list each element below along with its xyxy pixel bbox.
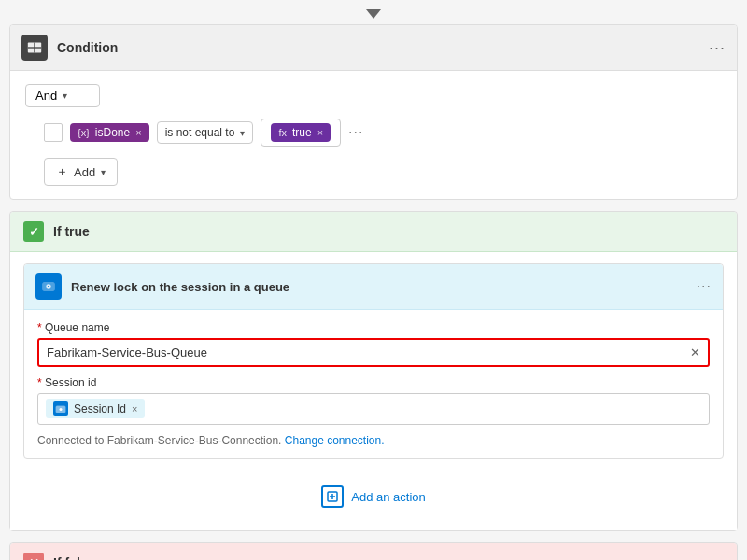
add-row: ＋ Add ▾ (44, 158, 722, 186)
session-id-tag: Session Id × (46, 399, 145, 418)
condition-header: Condition ··· (10, 25, 737, 71)
condition-body: And ▾ {x} isDone × is not equal to ▾ fx (10, 71, 737, 199)
condition-title: Condition (57, 40, 709, 55)
condition-row: {x} isDone × is not equal to ▾ fx true ×… (44, 119, 722, 147)
plus-icon: ＋ (56, 163, 68, 180)
if-true-body: Renew lock on the session in a queue ···… (10, 252, 737, 530)
add-action-true-row: Add an action (23, 470, 724, 519)
operator-label: is not equal to (165, 126, 235, 139)
action-header: Renew lock on the session in a queue ··· (24, 264, 723, 310)
and-label: And (35, 89, 63, 103)
isdone-tag: {x} isDone × (70, 123, 149, 142)
action-title: Renew lock on the session in a queue (71, 280, 687, 294)
session-tag-icon (53, 401, 68, 416)
if-true-label: If true (53, 224, 90, 239)
condition-menu-button[interactable]: ··· (709, 38, 726, 58)
if-false-block: ✕ If false Add an action (9, 542, 738, 560)
check-icon: ✓ (23, 221, 44, 242)
x-icon: ✕ (23, 553, 44, 560)
add-action-true-button[interactable]: Add an action (312, 482, 435, 511)
if-false-header: ✕ If false (10, 543, 737, 560)
svg-point-7 (60, 408, 63, 411)
top-connector (9, 9, 738, 19)
session-id-input[interactable]: Session Id × (37, 393, 710, 425)
add-label: Add (74, 165, 95, 179)
if-true-header: ✓ If true (10, 212, 737, 252)
session-id-value: Session Id (74, 402, 126, 415)
queue-name-clear-button[interactable]: ✕ (690, 345, 700, 359)
chevron-down-icon: ▾ (63, 91, 90, 101)
true-remove-button[interactable]: × (317, 127, 323, 138)
arrow-down-icon (366, 9, 381, 19)
condition-checkbox[interactable] (44, 123, 63, 142)
session-id-label: * Session id (37, 376, 710, 389)
add-action-true-label: Add an action (351, 490, 426, 504)
action-menu-button[interactable]: ··· (697, 278, 712, 295)
condition-icon (21, 35, 48, 61)
if-true-block: ✓ If true Renew lock on the session in a… (9, 211, 738, 531)
svg-point-5 (48, 286, 49, 287)
queue-name-label: * Queue name (37, 321, 710, 334)
queue-name-value: Fabrikam-Service-Bus-Queue (47, 345, 207, 359)
expression-icon: {x} (78, 127, 90, 138)
fx-tag: fx true × (271, 123, 331, 142)
service-bus-icon (35, 273, 62, 300)
isdone-label: isDone (95, 126, 130, 139)
true-label: true (292, 126, 312, 139)
add-button[interactable]: ＋ Add ▾ (44, 158, 118, 186)
true-value-box: fx true × (261, 119, 341, 147)
condition-row-menu[interactable]: ··· (348, 124, 363, 141)
session-id-remove-button[interactable]: × (132, 403, 137, 414)
connection-text: Connected to Fabrikam-Service-Bus-Connec… (37, 434, 281, 447)
workflow-canvas: Condition ··· And ▾ {x} isDone × is not … (9, 9, 738, 560)
and-dropdown[interactable]: And ▾ (25, 84, 100, 107)
action-card: Renew lock on the session in a queue ···… (23, 263, 724, 459)
add-action-true-icon (321, 485, 344, 508)
add-chevron-icon: ▾ (101, 167, 106, 177)
fx-icon: fx (278, 127, 287, 138)
queue-name-input[interactable]: Fabrikam-Service-Bus-Queue ✕ (37, 338, 710, 367)
isdone-remove-button[interactable]: × (135, 127, 141, 138)
condition-block: Condition ··· And ▾ {x} isDone × is not … (9, 24, 738, 200)
operator-dropdown[interactable]: is not equal to ▾ (157, 121, 254, 144)
operator-chevron-icon: ▾ (240, 128, 245, 138)
connection-info: Connected to Fabrikam-Service-Bus-Connec… (37, 434, 710, 447)
change-connection-link[interactable]: Change connection. (285, 434, 385, 447)
if-false-label: If false (53, 555, 94, 560)
action-body: * Queue name Fabrikam-Service-Bus-Queue … (24, 310, 723, 458)
